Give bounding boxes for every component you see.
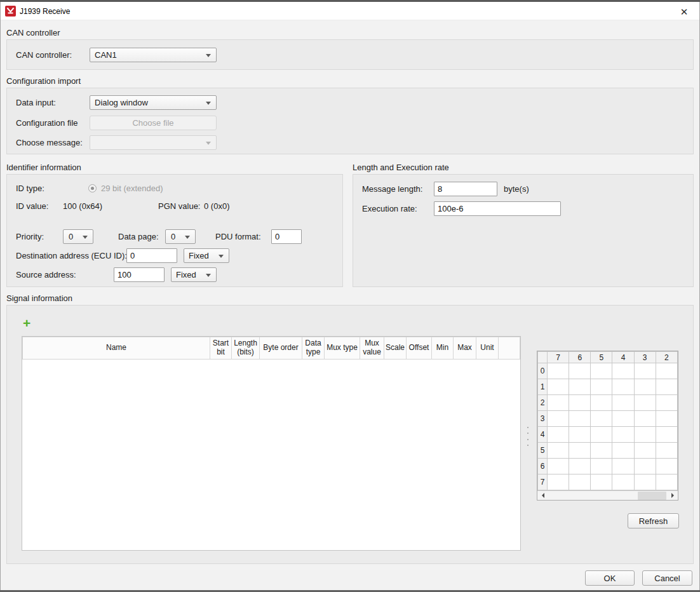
message-length-label: Message length: (362, 182, 422, 196)
choose-message-select[interactable] (90, 135, 217, 150)
cancel-button-label: Cancel (654, 574, 680, 583)
column-header-byte-order[interactable]: Byte order (260, 337, 302, 360)
column-header-max[interactable]: Max (454, 337, 476, 360)
bit-row-0: 0 (538, 363, 678, 379)
column-header-start-bit[interactable]: Start bit (210, 337, 232, 360)
source-address-label: Source address: (16, 267, 76, 282)
bit-column-7: 7 (548, 352, 569, 363)
column-header-unit[interactable]: Unit (476, 337, 499, 360)
bit-matrix-hscrollbar[interactable] (537, 490, 678, 500)
data-input-selected-value: Dialog window (95, 98, 148, 107)
column-header-length-bits[interactable]: Length (bits) (232, 337, 260, 360)
identifier-information-section-title: Identifier information (6, 163, 81, 172)
bit-column-5: 5 (591, 352, 612, 363)
id-type-label: ID type: (16, 181, 44, 196)
splitter-handle[interactable] (526, 427, 529, 446)
column-header-spare[interactable] (499, 337, 520, 360)
bit-row-1: 1 (538, 379, 678, 395)
id-value: 100 (0x64) (63, 199, 102, 213)
bit-matrix-corner (538, 352, 548, 363)
execution-rate-input[interactable] (434, 201, 561, 216)
bit-column-4: 4 (612, 352, 634, 363)
scroll-left-icon[interactable] (538, 491, 548, 500)
close-icon[interactable]: ✕ (675, 4, 693, 20)
bit-row-3: 3 (538, 411, 678, 427)
bit-matrix: 7 6 5 4 3 2 0 1 2 3 4 5 6 7 (537, 351, 678, 501)
id-type-radio[interactable] (88, 184, 97, 192)
title-bar: J1939 Receive ✕ (1, 2, 699, 20)
pdu-format-label: PDU format: (215, 229, 261, 244)
message-length-input[interactable] (434, 182, 497, 196)
data-page-select[interactable]: 0 (165, 229, 196, 244)
ok-button-label: OK (604, 574, 616, 583)
bit-column-6: 6 (569, 352, 591, 363)
window-title: J1939 Receive (20, 7, 70, 16)
identifier-information-panel: ID type: 29 bit (extended) ID value: 100… (6, 174, 343, 287)
priority-label: Priority: (16, 229, 44, 244)
source-mode-selected-value: Fixed (176, 270, 196, 279)
data-input-label: Data input: (16, 95, 56, 110)
signals-table-header-row: Name Start bit Length (bits) Byte order … (23, 337, 520, 360)
data-input-select[interactable]: Dialog window (90, 95, 217, 110)
refresh-button-label: Refresh (639, 516, 668, 526)
column-header-min[interactable]: Min (432, 337, 454, 360)
bit-row-2: 2 (538, 395, 678, 411)
bit-column-2: 2 (656, 352, 677, 363)
can-controller-label: CAN controller: (16, 48, 72, 62)
app-logo-icon (5, 6, 16, 17)
data-page-label: Data page: (118, 229, 159, 244)
pdu-format-input[interactable] (271, 229, 302, 244)
bit-column-3: 3 (634, 352, 656, 363)
bit-matrix-header-row: 7 6 5 4 3 2 (538, 352, 678, 363)
scrollbar-thumb[interactable] (638, 492, 666, 500)
can-controller-selected-value: CAN1 (95, 50, 117, 60)
bit-row-6: 6 (538, 459, 678, 474)
pgn-value: 0 (0x0) (204, 199, 229, 213)
configuration-file-label: Configuration file (16, 116, 78, 130)
can-controller-select[interactable]: CAN1 (90, 48, 217, 62)
choose-message-label: Choose message: (16, 135, 83, 150)
bit-row-7: 7 (538, 474, 678, 490)
choose-file-button-label: Choose file (132, 118, 173, 128)
signal-information-section-title: Signal information (6, 293, 72, 303)
ok-button[interactable]: OK (585, 570, 635, 586)
destination-mode-selected-value: Fixed (189, 251, 209, 260)
priority-select[interactable]: 0 (63, 229, 93, 244)
source-address-input[interactable] (114, 267, 165, 282)
id-value-label: ID value: (16, 199, 48, 213)
destination-mode-select[interactable]: Fixed (184, 248, 229, 263)
choose-file-button[interactable]: Choose file (90, 116, 217, 130)
priority-selected-value: 0 (69, 232, 73, 241)
execution-rate-label: Execution rate: (362, 201, 417, 216)
refresh-button[interactable]: Refresh (628, 513, 679, 528)
column-header-mux-type[interactable]: Mux type (325, 337, 360, 360)
id-type-option-label: 29 bit (extended) (101, 181, 163, 196)
column-header-data-type[interactable]: Data type (302, 337, 325, 360)
source-mode-select[interactable]: Fixed (171, 267, 217, 282)
destination-address-label: Destination address (ECU ID): (16, 248, 127, 263)
column-header-name[interactable]: Name (23, 337, 210, 360)
length-execution-panel: Message length: byte(s) Execution rate: (353, 174, 694, 287)
destination-address-input[interactable] (126, 248, 177, 263)
column-header-offset[interactable]: Offset (407, 337, 432, 360)
can-controller-section-title: CAN controller (6, 28, 60, 37)
data-page-selected-value: 0 (171, 232, 175, 241)
bit-row-5: 5 (538, 443, 678, 459)
can-controller-panel: CAN controller: CAN1 (6, 39, 694, 70)
column-header-scale[interactable]: Scale (384, 337, 407, 360)
dialog-left-border (0, 2, 1, 590)
column-header-mux-value[interactable]: Mux value (360, 337, 384, 360)
scroll-right-icon[interactable] (668, 491, 677, 500)
pgn-value-label: PGN value: (158, 199, 200, 213)
message-length-unit: byte(s) (504, 182, 529, 196)
add-signal-button[interactable]: + (23, 316, 30, 330)
cancel-button[interactable]: Cancel (642, 570, 692, 586)
configuration-import-panel: Data input: Dialog window Configuration … (6, 88, 694, 154)
configuration-import-section-title: Configuration import (6, 76, 81, 86)
signals-table: Name Start bit Length (bits) Byte order … (22, 336, 521, 551)
length-execution-section-title: Length and Execution rate (353, 163, 449, 172)
bit-row-4: 4 (538, 427, 678, 443)
